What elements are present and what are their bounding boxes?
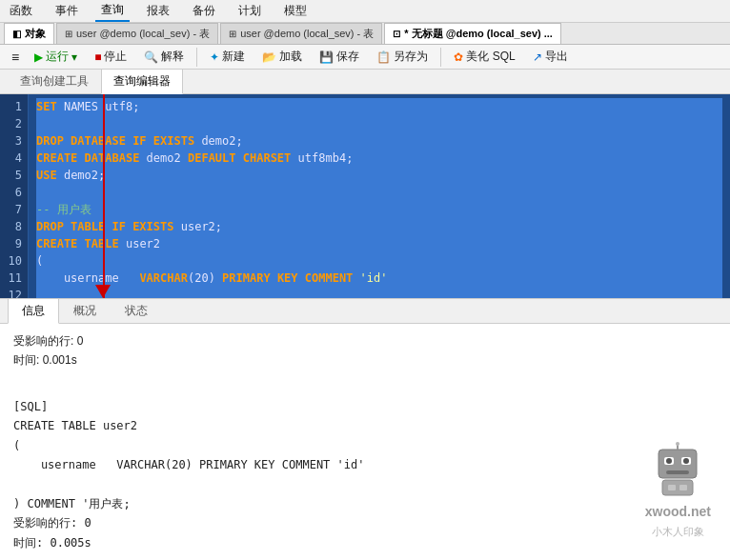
info-tab-bar: 信息 概况 状态 [0,299,730,324]
main-container: 函数 事件 查询 报表 备份 计划 模型 ◧ 对象 ⊞ user @demo (… [0,0,730,560]
menu-functions[interactable]: 函数 [4,1,38,21]
explain-button[interactable]: 🔍 解释 [136,45,192,69]
separator-2 [440,48,441,67]
line-numbers: 1 2 3 4 5 6 7 8 9 10 11 12 13 14 15 16 [0,94,29,298]
toolbar: ≡ ▶ 运行 ▾ ■ 停止 🔍 解释 ✦ 新建 📂 加载 💾 保存 📋 [0,45,730,70]
load-button[interactable]: 📂 加载 [254,45,310,69]
time-label: 时间: 0.001s [13,350,717,370]
watermark-site: xwood.net [645,501,711,524]
sql-line-4 [13,474,717,493]
svg-rect-8 [662,480,693,495]
save-icon: 💾 [319,50,334,64]
svg-rect-10 [679,485,687,490]
menu-reports[interactable]: 报表 [141,1,175,21]
beautify-button[interactable]: ✿ 美化 SQL [446,45,522,69]
sql-tag: [SQL] [13,397,717,416]
svg-rect-9 [668,485,676,490]
menu-bar: 函数 事件 查询 报表 备份 计划 模型 [0,0,730,23]
table-icon-2: ⊞ [229,29,236,39]
menu-events[interactable]: 事件 [50,1,84,21]
object-icon: ◧ [12,29,21,39]
run-dropdown-icon: ▾ [71,50,77,64]
code-line-4: CREATE DATABASE demo2 DEFAULT CHARSET ut… [36,150,722,167]
tab-user-table-2[interactable]: ⊞ user @demo (local_sev) - 表 [220,23,382,44]
code-line-2 [36,115,722,132]
tab-bar: ◧ 对象 ⊞ user @demo (local_sev) - 表 ⊞ user… [0,23,730,45]
save-as-icon: 📋 [376,50,391,64]
code-line-11: username VARCHAR(20) PRIMARY KEY COMMENT… [36,270,722,287]
sub-tab-bar: 查询创建工具 查询编辑器 [0,70,730,94]
code-line-6 [36,184,722,201]
sql-line-3: username VARCHAR(20) PRIMARY KEY COMMENT… [13,455,717,474]
code-line-1: SET NAMES utf8; [36,98,722,115]
hamburger-menu[interactable]: ≡ [6,47,25,68]
code-line-12 [36,287,722,298]
code-editor[interactable]: SET NAMES utf8; DROP DATABASE IF EXISTS … [29,94,730,298]
svg-point-4 [683,458,689,464]
code-line-5: USE demo2; [36,167,722,184]
code-line-10: ( [36,252,722,270]
export-icon: ↗ [533,50,542,64]
query-icon: ⊡ [393,29,400,39]
info-tab-overview[interactable]: 概况 [59,298,111,323]
menu-schedule[interactable]: 计划 [233,1,267,21]
save-button[interactable]: 💾 保存 [312,45,367,69]
new-button[interactable]: ✦ 新建 [202,45,253,69]
stop-icon: ■ [94,50,101,64]
sql-output: [SQL] CREATE TABLE user2 ( username VARC… [13,397,717,552]
code-line-7: -- 用户表 [36,201,722,218]
play-icon: ▶ [34,50,43,64]
watermark-subtitle: 小木人印象 [652,523,704,541]
subtab-query-builder[interactable]: 查询创建工具 [8,69,101,93]
tab-untitled[interactable]: ⊡ * 无标题 @demo (local_sev) ... [384,23,561,44]
tab-user-table-1[interactable]: ⊞ user @demo (local_sev) - 表 [56,23,218,44]
info-tab-status[interactable]: 状态 [111,298,162,323]
robot-icon [649,442,706,499]
info-tab-info[interactable]: 信息 [8,298,59,324]
save-as-button[interactable]: 📋 另存为 [369,45,436,69]
code-line-3: DROP DATABASE IF EXISTS demo2; [36,132,722,150]
watermark: xwood.net 小木人印象 [645,442,711,541]
run-button[interactable]: ▶ 运行 ▾ [27,45,85,69]
explain-icon: 🔍 [144,50,158,64]
sql-line-2: ( [13,436,717,455]
sql-line-1: CREATE TABLE user2 [13,416,717,435]
svg-rect-5 [666,470,689,474]
table-icon-1: ⊞ [65,29,72,39]
svg-point-3 [666,458,672,464]
bottom-panel: 信息 概况 状态 受影响的行: 0 时间: 0.001s [SQL] CREAT… [0,298,730,560]
sql-time: 时间: 0.005s [13,533,717,552]
stop-button[interactable]: ■ 停止 [87,45,134,69]
code-line-9: CREATE TABLE user2 [36,235,722,252]
menu-model[interactable]: 模型 [278,1,313,21]
load-icon: 📂 [262,50,276,64]
svg-point-7 [676,442,679,446]
separator-1 [196,48,197,67]
code-line-8: DROP TABLE IF EXISTS user2; [36,218,722,235]
beautify-icon: ✿ [454,50,463,64]
info-content: 受影响的行: 0 时间: 0.001s [SQL] CREATE TABLE u… [0,324,730,560]
sql-line-5: ) COMMENT '用户表; [13,494,717,513]
subtab-query-editor[interactable]: 查询编辑器 [101,69,183,94]
new-icon: ✦ [210,50,219,64]
tab-object[interactable]: ◧ 对象 [4,23,54,44]
sql-affected: 受影响的行: 0 [13,513,717,532]
menu-query[interactable]: 查询 [95,0,130,22]
menu-backup[interactable]: 备份 [187,1,221,21]
editor-area[interactable]: 1 2 3 4 5 6 7 8 9 10 11 12 13 14 15 16 S… [0,94,730,298]
export-button[interactable]: ↗ 导出 [525,45,576,69]
affected-rows-label: 受影响的行: 0 [13,331,717,350]
